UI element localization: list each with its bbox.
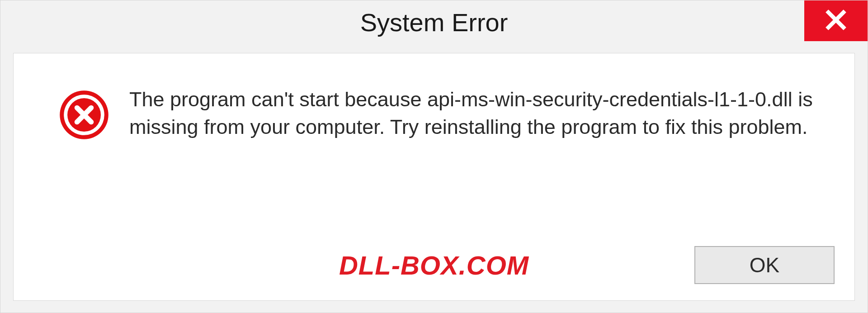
close-button[interactable] <box>804 0 868 41</box>
dialog-content: The program can't start because api-ms-w… <box>13 53 855 301</box>
watermark-text: DLL-BOX.COM <box>339 250 529 280</box>
error-message: The program can't start because api-ms-w… <box>129 86 827 141</box>
titlebar: System Error <box>0 0 868 44</box>
error-icon <box>59 90 109 140</box>
close-icon <box>825 9 847 33</box>
dialog-footer: DLL-BOX.COM OK <box>14 246 854 300</box>
message-row: The program can't start because api-ms-w… <box>14 53 854 246</box>
ok-button[interactable]: OK <box>694 246 835 284</box>
dialog-title: System Error <box>360 8 508 37</box>
